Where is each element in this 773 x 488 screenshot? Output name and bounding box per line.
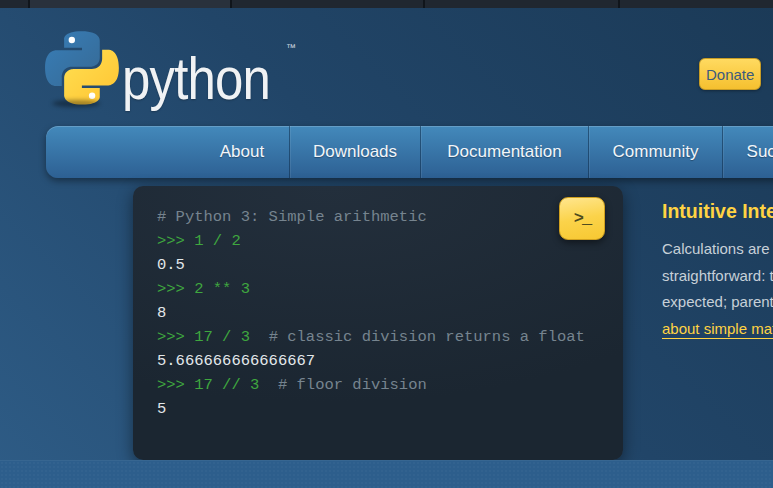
text-line: 0.5	[157, 253, 623, 277]
nav-item-community[interactable]: Community	[588, 126, 722, 178]
text-segment: straightforward: the operators +, -, * a…	[662, 267, 773, 284]
text-line: expected; parentheses () can be used for…	[662, 289, 773, 316]
feature-text: Calculations are simple with Python, and…	[662, 236, 773, 342]
text-segment: 8	[157, 304, 166, 322]
trademark-symbol: ™	[286, 42, 296, 53]
text-line: >>> 17 // 3 # floor division	[157, 373, 623, 397]
text-line: 5	[157, 397, 623, 421]
text-segment: 5.666666666666667	[157, 352, 315, 370]
text-segment: # Python 3: Simple arithmetic	[157, 208, 427, 226]
text-segment: Calculations are simple with Python, and…	[662, 240, 773, 257]
topbar-tab[interactable]	[0, 0, 30, 8]
logo-shadow	[52, 100, 100, 107]
nav-item-documentation[interactable]: Documentation	[420, 126, 588, 178]
top-utility-bar	[0, 0, 773, 8]
topbar-tab[interactable]	[30, 0, 232, 8]
topbar-tab[interactable]	[620, 0, 773, 8]
python-wordmark[interactable]: python	[122, 49, 270, 109]
text-segment: expected; parentheses () can be used for…	[662, 293, 773, 310]
text-line: straightforward: the operators +, -, * a…	[662, 263, 773, 290]
donate-button[interactable]: Donate	[699, 58, 761, 90]
topbar-tab[interactable]	[232, 0, 425, 8]
launch-shell-button[interactable]: >_	[559, 197, 605, 240]
text-segment: # floor division	[278, 376, 427, 394]
console-lines: # Python 3: Simple arithmetic>>> 1 / 20.…	[133, 186, 623, 421]
topbar-tab[interactable]	[425, 0, 620, 8]
text-segment: # classic division returns a float	[269, 328, 585, 346]
text-segment: 0.5	[157, 256, 185, 274]
text-segment: >>> 17 // 3	[157, 376, 278, 394]
feature-heading: Intuitive Interpretation	[662, 200, 773, 223]
text-line: 8	[157, 301, 623, 325]
text-segment: >>> 17 / 3	[157, 328, 269, 346]
text-line: # Python 3: Simple arithmetic	[157, 205, 623, 229]
feature-link[interactable]: about simple math functions in Python 3.	[662, 320, 773, 337]
nav-item-downloads[interactable]: Downloads	[289, 126, 420, 178]
text-segment: >>> 2 ** 3	[157, 280, 250, 298]
python-logo-icon[interactable]	[45, 31, 119, 105]
text-segment: 5	[157, 400, 166, 418]
text-segment: >>> 1 / 2	[157, 232, 241, 250]
text-line: >>> 1 / 2	[157, 229, 623, 253]
main-nav: AboutDownloadsDocumentationCommunitySucc…	[46, 126, 773, 178]
nav-item-success-stories[interactable]: Success Stories	[722, 126, 773, 178]
terminal-prompt-icon: >_	[574, 209, 590, 228]
section-divider-bar	[0, 460, 773, 488]
feature-panel: Intuitive Interpretation Calculations ar…	[662, 194, 773, 342]
nav-item-about[interactable]: About	[195, 126, 289, 178]
code-console: # Python 3: Simple arithmetic>>> 1 / 20.…	[133, 186, 623, 460]
text-line: >>> 17 / 3 # classic division returns a …	[157, 325, 623, 349]
python-homepage: python ™ Donate AboutDownloadsDocumentat…	[0, 0, 773, 488]
text-line: about simple math functions in Python 3.	[662, 316, 773, 343]
text-line: 5.666666666666667	[157, 349, 623, 373]
text-line: Calculations are simple with Python, and…	[662, 236, 773, 263]
text-line: >>> 2 ** 3	[157, 277, 623, 301]
